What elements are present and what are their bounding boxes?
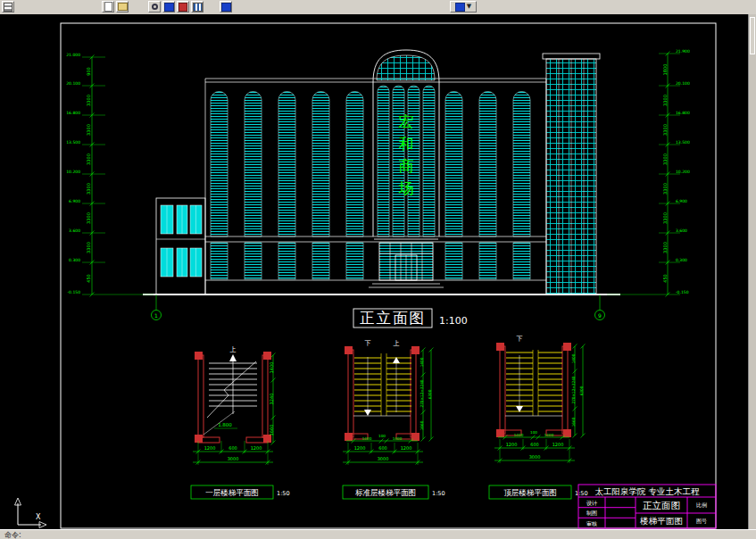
left-annex (156, 198, 205, 294)
dim-text: 6300 (579, 386, 584, 395)
axis-bubble-label: 1 (154, 312, 158, 319)
level-text: -0.150 (67, 290, 80, 294)
menu-icon[interactable] (2, 1, 14, 12)
titleblock-cell: 比例 (696, 502, 707, 509)
level-text: -0.150 (676, 290, 689, 294)
drawing-title: 正立面图 (360, 310, 426, 327)
stair-direction-label: 上 (230, 346, 237, 353)
redraw-button[interactable] (177, 1, 189, 12)
level-text: 13.500 (676, 140, 690, 145)
dim-text: 1400 (544, 433, 554, 437)
dim-text: 1660 (420, 420, 424, 430)
stair-level-note: 1.800 (218, 422, 232, 427)
dim-text: 3300 (662, 242, 668, 253)
level-text: 16.800 (676, 111, 690, 115)
dim-text: 1200 (401, 445, 412, 451)
dim-text: 1660 (269, 425, 274, 436)
level-text: 16.800 (66, 111, 80, 115)
dim-text: 1200 (354, 445, 366, 451)
layers-button[interactable] (191, 1, 204, 12)
title-block: 太工阳泉学院 专业土木工程 设计 制图 审核 正立面图 楼梯平面图 比例 图号 (578, 485, 716, 528)
titleblock-cell: 制图 (586, 510, 597, 517)
dim-text: 3300 (662, 95, 668, 106)
dim-text: 3300 (86, 212, 91, 224)
properties-icon (221, 3, 231, 12)
axis-bubble-label: 9 (598, 312, 602, 319)
level-text: 0.300 (676, 258, 687, 262)
dim-text: 270×12=3240 (571, 376, 576, 403)
scrollbar-thumb[interactable] (750, 17, 755, 54)
dim-text: 1200 (251, 445, 262, 451)
dim-text: 1400 (362, 436, 372, 441)
stair-plan-top-floor: 下 1400 100 1400 1200 600 1200 3000 1400 … (489, 336, 588, 499)
sign-char: 和 (399, 135, 414, 153)
stair-plan-typical-floor: 下 上 1400 100 1400 1200 600 1200 3000 140… (343, 340, 445, 499)
stair-direction-label: 下 (365, 340, 371, 347)
dim-text: 3300 (86, 242, 91, 253)
cad-application-window: ▼ (0, 0, 756, 539)
level-text: 10.200 (676, 170, 690, 174)
stair-plan-label: 标准层楼梯平面图 (355, 488, 416, 497)
pan-button[interactable] (162, 1, 175, 12)
properties-button[interactable] (220, 1, 232, 12)
dim-text: 3000 (529, 454, 541, 460)
stair-plan-scale: 1:50 (432, 490, 445, 497)
chevron-down-icon: ▼ (467, 1, 471, 12)
sign-char: 商 (399, 157, 414, 175)
dim-text: 3000 (228, 456, 239, 461)
dim-text: 3300 (662, 183, 668, 195)
drawing-canvas[interactable]: 宏 和 商 场 900 3300 3300 3300 3300 3300 330… (0, 14, 748, 529)
dim-text: 1660 (571, 417, 576, 427)
new-button[interactable] (102, 1, 114, 12)
dim-text: 3300 (86, 183, 91, 195)
level-text: 13.500 (66, 140, 80, 145)
level-text: 21.900 (676, 49, 690, 54)
new-file-icon (104, 2, 112, 12)
plot-style-icon (455, 3, 465, 12)
dim-text: 450 (86, 274, 91, 283)
dim-text: 1400 (571, 353, 576, 363)
stair-plan-scale: 1:50 (277, 490, 290, 497)
level-text: 6.900 (676, 199, 687, 203)
upper-window-strips (211, 92, 530, 237)
sign-char: 宏 (398, 112, 414, 130)
dim-text: 600 (530, 442, 539, 447)
dim-text: 1800 (662, 64, 668, 76)
dim-text: 1200 (552, 442, 564, 447)
dim-text: 3300 (662, 212, 668, 224)
open-folder-icon (118, 3, 128, 11)
elevation-title: 正立面图 1:100 (353, 309, 468, 328)
dim-text: 100 (378, 434, 386, 438)
open-button[interactable] (116, 1, 129, 12)
right-glass-tower (543, 54, 600, 294)
dim-text: 600 (378, 445, 387, 451)
drawing-scale: 1:100 (439, 315, 468, 327)
vertical-scrollbar[interactable] (748, 14, 756, 529)
dim-text: 3300 (86, 153, 91, 165)
plot-style-dropdown[interactable]: ▼ (450, 1, 477, 12)
stair-plan-first-floor: 上 1.800 1200 600 1200 3000 1400 3240 166… (191, 346, 290, 499)
zoom-button[interactable] (148, 1, 161, 12)
dim-text: 1400 (269, 362, 274, 374)
ucs-icon: X (15, 498, 47, 528)
building-elevation: 宏 和 商 场 (143, 50, 620, 294)
dim-text: 1400 (514, 433, 524, 437)
level-text: 20.100 (66, 81, 80, 86)
titleblock-drawing-name: 正立面图 (643, 500, 680, 510)
dim-text: 1400 (420, 357, 424, 367)
titleblock-drawing-name: 楼梯平面图 (639, 516, 683, 526)
dim-text: 900 (86, 67, 91, 76)
cad-drawing: 宏 和 商 场 900 3300 3300 3300 3300 3300 330… (0, 14, 748, 529)
pan-icon (164, 3, 174, 12)
dim-text: 600 (228, 445, 237, 451)
titleblock-cell: 图号 (696, 518, 707, 525)
command-line-label[interactable]: 命令: (4, 531, 21, 539)
dim-text: 3000 (378, 456, 389, 461)
titleblock-cell: 审核 (586, 520, 597, 527)
level-text: 10.200 (66, 170, 80, 174)
dim-text: 270×12=3240 (420, 379, 424, 407)
level-text: 3.600 (69, 228, 80, 233)
status-bar: 命令: (0, 529, 756, 539)
level-text: 0.300 (69, 258, 80, 262)
dim-text: 3240 (269, 394, 274, 405)
